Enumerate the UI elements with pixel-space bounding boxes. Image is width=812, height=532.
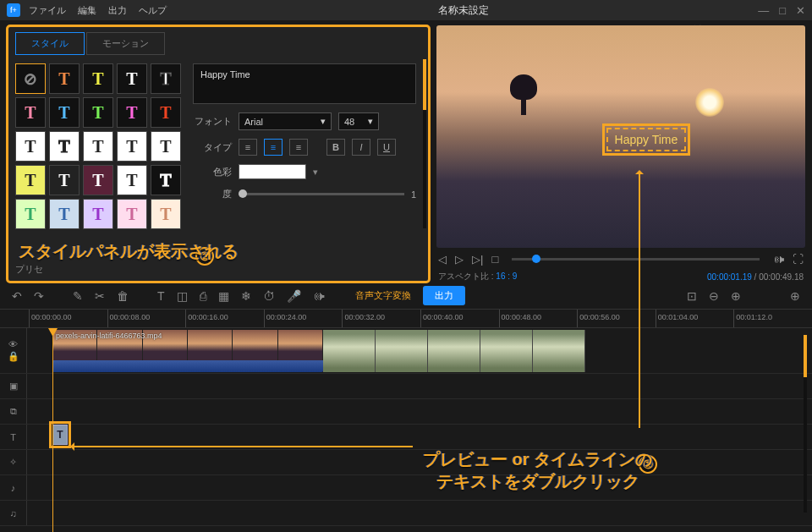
volume-tool-icon[interactable]: 🕪 xyxy=(313,289,325,303)
zoom-in-right-icon[interactable]: ⊕ xyxy=(790,289,800,303)
aspect-label: アスペクト比 xyxy=(438,271,489,281)
font-select[interactable]: Arial▾ xyxy=(239,112,332,130)
maximize-button[interactable]: □ xyxy=(779,4,786,17)
zoom-out-icon[interactable]: ⊖ xyxy=(709,289,719,303)
style-swatch[interactable]: T xyxy=(117,63,147,94)
style-swatch[interactable]: T xyxy=(49,63,80,94)
ruler-tick: 00:00:32.00 xyxy=(342,310,420,327)
close-button[interactable]: ✕ xyxy=(796,4,805,17)
playback-slider[interactable] xyxy=(512,258,760,261)
audio-track-icon[interactable]: ♪ xyxy=(0,475,27,500)
style-swatch[interactable]: T xyxy=(83,97,113,128)
audio-waveform xyxy=(52,360,323,372)
export-button[interactable]: 出力 xyxy=(423,286,465,305)
style-swatch[interactable]: T xyxy=(151,199,181,229)
timecode-total: 00:00:49.18 xyxy=(759,272,804,282)
style-swatch[interactable]: T xyxy=(83,199,113,229)
overlay-track: ▣ xyxy=(0,374,812,399)
text-tool-icon[interactable]: T xyxy=(157,289,165,303)
menu-file[interactable]: ファイル xyxy=(29,4,66,17)
playhead[interactable] xyxy=(52,328,53,532)
opacity-slider[interactable] xyxy=(239,193,404,195)
style-swatch[interactable]: T xyxy=(117,97,147,128)
sun-icon xyxy=(695,88,724,117)
play-button[interactable]: ▷ xyxy=(455,253,464,266)
style-swatch[interactable]: T xyxy=(15,199,46,229)
cut-icon[interactable]: ✂ xyxy=(95,289,105,303)
timeline-scrollbar[interactable] xyxy=(804,335,807,513)
color-picker[interactable] xyxy=(239,164,306,179)
pip-track-icon[interactable]: ⧉ xyxy=(0,399,27,424)
audio-track-2-icon[interactable]: ♫ xyxy=(0,501,27,525)
style-swatch[interactable]: T xyxy=(117,199,147,229)
menu-export[interactable]: 出力 xyxy=(108,4,127,17)
style-swatch[interactable]: T xyxy=(15,165,46,195)
video-clip-1[interactable]: pexels-arvin-latifi-6466763.mp4 xyxy=(52,330,323,372)
style-swatch[interactable]: T xyxy=(151,97,181,128)
italic-button[interactable]: I xyxy=(352,139,370,156)
style-swatch[interactable]: T xyxy=(151,165,181,195)
next-frame-button[interactable]: ▷| xyxy=(472,253,483,266)
style-swatch[interactable]: T xyxy=(151,63,181,94)
style-swatch[interactable]: T xyxy=(151,131,181,162)
style-swatch[interactable]: T xyxy=(117,165,147,195)
lock-icon[interactable]: 🔒 xyxy=(8,351,19,362)
font-size-select[interactable]: 48▾ xyxy=(338,112,379,130)
underline-button[interactable]: U xyxy=(377,139,396,156)
edit-icon[interactable]: ✎ xyxy=(73,289,83,303)
freeze-icon[interactable]: ❄ xyxy=(241,289,251,303)
style-swatch[interactable]: T xyxy=(49,199,80,229)
bold-button[interactable]: B xyxy=(326,139,345,156)
style-none[interactable]: ⊘ xyxy=(15,63,46,94)
effect-track: ✧ xyxy=(0,450,812,475)
align-left-button[interactable]: ≡ xyxy=(239,139,257,156)
timeline-ruler[interactable]: 00:00:00.00 00:00:08.00 00:00:16.00 00:0… xyxy=(0,310,812,328)
voice-to-text-button[interactable]: 音声文字変換 xyxy=(355,289,411,302)
align-right-button[interactable]: ≡ xyxy=(289,139,308,156)
ruler-tick: 00:00:24.00 xyxy=(264,310,343,327)
tab-motion[interactable]: モーション xyxy=(86,32,165,55)
text-value-input[interactable]: Happy Time xyxy=(193,63,416,104)
video-clip-2[interactable] xyxy=(323,330,585,372)
preview-video[interactable]: Happy Time xyxy=(436,25,805,248)
overlay-track-icon[interactable]: ▣ xyxy=(0,374,27,398)
align-center-button[interactable]: ≡ xyxy=(264,139,283,156)
effect-track-icon[interactable]: ✧ xyxy=(0,450,27,474)
delete-icon[interactable]: 🗑 xyxy=(117,289,129,303)
style-swatch[interactable]: T xyxy=(83,63,113,94)
style-swatch[interactable]: T xyxy=(117,131,147,162)
mosaic-icon[interactable]: ▦ xyxy=(218,289,229,303)
redo-button[interactable]: ↷ xyxy=(34,289,44,303)
zoom-in-icon[interactable]: ⊕ xyxy=(731,289,741,303)
minimize-button[interactable]: — xyxy=(758,4,769,17)
style-swatch[interactable]: T xyxy=(83,131,113,162)
style-swatch[interactable]: T xyxy=(49,165,80,195)
prev-frame-button[interactable]: ◁ xyxy=(438,253,447,266)
aspect-ratio[interactable]: 16 : 9 xyxy=(496,271,517,281)
menu-help[interactable]: ヘルプ xyxy=(139,4,167,17)
style-swatch[interactable]: T xyxy=(83,165,113,195)
stop-button[interactable]: □ xyxy=(491,253,498,266)
fullscreen-button[interactable]: ⛶ xyxy=(793,253,804,266)
style-swatch[interactable]: T xyxy=(15,97,46,128)
panel-scrollbar[interactable] xyxy=(423,59,426,228)
tab-style[interactable]: スタイル xyxy=(15,32,85,55)
annotation-arrow-vertical xyxy=(639,174,640,428)
eye-icon[interactable]: 👁 xyxy=(8,339,18,349)
undo-button[interactable]: ↶ xyxy=(12,289,22,303)
audio-track: ♪ xyxy=(0,475,812,501)
crop-icon[interactable]: ◫ xyxy=(177,289,188,303)
style-swatch[interactable]: T xyxy=(15,131,46,162)
menu-edit[interactable]: 編集 xyxy=(78,4,96,17)
mic-icon[interactable]: 🎤 xyxy=(287,289,301,303)
speed-icon[interactable]: ⏱ xyxy=(263,289,275,303)
snapshot-icon[interactable]: ⎙ xyxy=(200,289,206,303)
style-swatch[interactable]: T xyxy=(49,97,80,128)
text-overlay[interactable]: Happy Time xyxy=(606,128,687,151)
color-label: 色彩 xyxy=(193,166,232,178)
zoom-fit-icon[interactable]: ⊡ xyxy=(687,289,697,303)
text-track-icon[interactable]: T xyxy=(0,425,27,449)
align-label: タイプ xyxy=(193,141,232,154)
volume-button[interactable]: 🕪 xyxy=(773,253,784,266)
style-swatch[interactable]: T xyxy=(49,131,80,162)
